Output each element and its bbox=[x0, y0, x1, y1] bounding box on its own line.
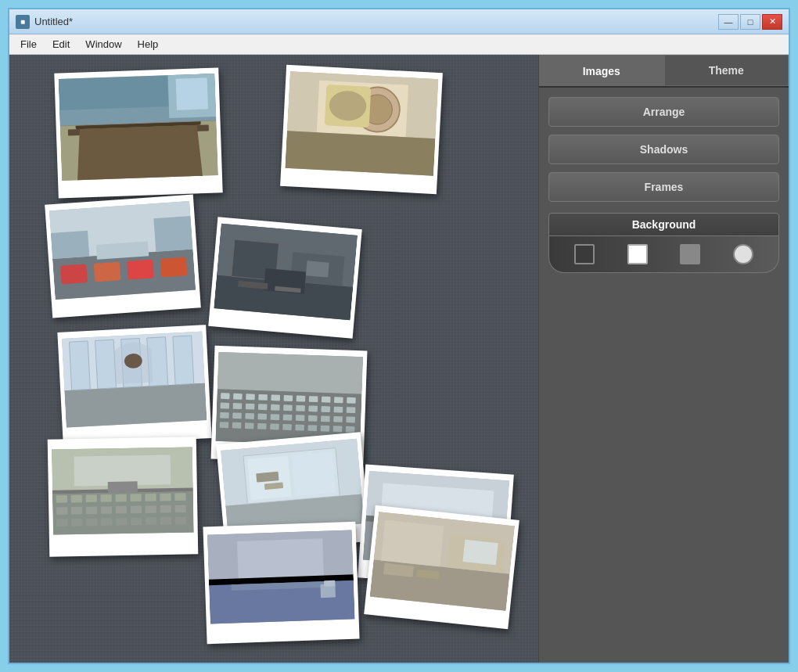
photo-11[interactable] bbox=[364, 505, 519, 630]
svg-rect-160 bbox=[462, 540, 498, 566]
svg-rect-125 bbox=[108, 481, 138, 493]
main-content: Images Theme Arrange Shadows Frames Back… bbox=[9, 55, 789, 663]
svg-rect-55 bbox=[297, 396, 306, 402]
svg-rect-72 bbox=[232, 412, 242, 419]
photo-2[interactable] bbox=[280, 65, 443, 194]
svg-rect-108 bbox=[71, 507, 82, 515]
panel-tabs: Images Theme bbox=[539, 55, 789, 88]
svg-rect-154 bbox=[324, 580, 335, 587]
restore-button[interactable]: □ bbox=[740, 14, 760, 30]
photo-4[interactable] bbox=[208, 217, 361, 339]
tab-images[interactable]: Images bbox=[539, 55, 664, 86]
svg-rect-23 bbox=[127, 260, 154, 280]
svg-rect-88 bbox=[295, 425, 304, 431]
svg-rect-41 bbox=[95, 340, 117, 389]
svg-rect-131 bbox=[292, 452, 336, 496]
menu-help[interactable]: Help bbox=[130, 37, 167, 52]
svg-rect-24 bbox=[160, 257, 188, 278]
svg-rect-112 bbox=[131, 506, 142, 514]
frames-button[interactable]: Frames bbox=[548, 172, 779, 202]
svg-rect-76 bbox=[283, 415, 293, 421]
svg-rect-50 bbox=[233, 393, 243, 400]
svg-rect-110 bbox=[101, 506, 112, 514]
svg-rect-101 bbox=[101, 494, 112, 502]
svg-rect-99 bbox=[71, 495, 82, 503]
bg-swatch-mid[interactable] bbox=[680, 244, 700, 264]
svg-rect-120 bbox=[116, 518, 127, 526]
svg-rect-89 bbox=[307, 425, 317, 431]
svg-rect-91 bbox=[333, 426, 343, 432]
menu-window[interactable]: Window bbox=[77, 37, 129, 52]
arrange-button[interactable]: Arrange bbox=[548, 97, 779, 127]
photo-7[interactable] bbox=[48, 437, 199, 556]
svg-rect-49 bbox=[221, 393, 230, 399]
svg-rect-61 bbox=[233, 403, 243, 409]
svg-rect-96 bbox=[74, 455, 171, 486]
svg-rect-75 bbox=[271, 414, 280, 420]
menu-bar: File Edit Window Help bbox=[9, 34, 789, 55]
shadows-button[interactable]: Shadows bbox=[548, 135, 779, 164]
svg-rect-44 bbox=[173, 336, 194, 385]
title-bar: ■ Untitled* — □ ✕ bbox=[9, 9, 789, 34]
svg-rect-79 bbox=[321, 415, 330, 422]
svg-rect-51 bbox=[246, 393, 255, 400]
menu-file[interactable]: File bbox=[13, 37, 45, 52]
window-title: Untitled* bbox=[34, 16, 73, 27]
svg-rect-116 bbox=[56, 519, 67, 526]
svg-rect-63 bbox=[258, 404, 268, 410]
svg-rect-150 bbox=[237, 538, 324, 582]
svg-rect-104 bbox=[145, 494, 156, 501]
svg-rect-114 bbox=[160, 505, 171, 513]
svg-rect-64 bbox=[271, 404, 280, 411]
background-label: Background bbox=[548, 213, 779, 236]
minimize-button[interactable]: — bbox=[718, 14, 739, 30]
svg-rect-67 bbox=[308, 405, 318, 411]
bg-swatch-white[interactable] bbox=[627, 244, 648, 264]
svg-rect-54 bbox=[284, 395, 293, 401]
svg-marker-5 bbox=[76, 125, 203, 181]
svg-rect-117 bbox=[71, 519, 82, 526]
svg-rect-62 bbox=[246, 404, 255, 410]
svg-rect-115 bbox=[175, 505, 186, 513]
photo-5[interactable] bbox=[57, 325, 211, 446]
svg-rect-8 bbox=[176, 77, 208, 110]
svg-rect-82 bbox=[220, 422, 229, 428]
svg-rect-60 bbox=[221, 403, 230, 409]
title-bar-left: ■ Untitled* bbox=[16, 15, 73, 29]
svg-rect-71 bbox=[220, 412, 229, 419]
svg-rect-73 bbox=[245, 413, 254, 419]
svg-rect-109 bbox=[86, 506, 97, 514]
svg-rect-92 bbox=[346, 426, 355, 433]
background-section: Background bbox=[548, 213, 779, 273]
svg-rect-87 bbox=[282, 424, 292, 430]
svg-rect-90 bbox=[321, 426, 330, 432]
bg-swatch-dark[interactable] bbox=[574, 244, 595, 264]
svg-rect-124 bbox=[175, 517, 186, 525]
svg-rect-83 bbox=[232, 422, 242, 429]
svg-rect-100 bbox=[86, 494, 97, 502]
svg-rect-81 bbox=[346, 416, 355, 422]
photo-3[interactable] bbox=[45, 195, 201, 318]
canvas-area bbox=[9, 55, 538, 663]
svg-rect-66 bbox=[296, 405, 305, 411]
svg-rect-123 bbox=[160, 517, 171, 525]
menu-edit[interactable]: Edit bbox=[45, 37, 77, 52]
svg-rect-26 bbox=[51, 231, 90, 259]
svg-rect-121 bbox=[131, 518, 142, 526]
app-icon: ■ bbox=[16, 15, 30, 29]
bg-swatch-light[interactable] bbox=[733, 244, 753, 264]
svg-rect-69 bbox=[334, 407, 343, 413]
background-options bbox=[548, 236, 779, 273]
tab-theme[interactable]: Theme bbox=[664, 55, 789, 86]
svg-rect-107 bbox=[56, 507, 67, 515]
svg-rect-36 bbox=[306, 261, 329, 277]
svg-rect-57 bbox=[322, 397, 331, 403]
svg-rect-47 bbox=[217, 352, 364, 394]
photo-10[interactable] bbox=[203, 522, 359, 645]
right-panel: Images Theme Arrange Shadows Frames Back… bbox=[538, 55, 789, 663]
svg-rect-118 bbox=[86, 519, 97, 526]
close-button[interactable]: ✕ bbox=[762, 14, 782, 30]
svg-rect-105 bbox=[160, 494, 171, 501]
photo-1[interactable] bbox=[54, 67, 222, 198]
svg-rect-122 bbox=[146, 517, 156, 525]
